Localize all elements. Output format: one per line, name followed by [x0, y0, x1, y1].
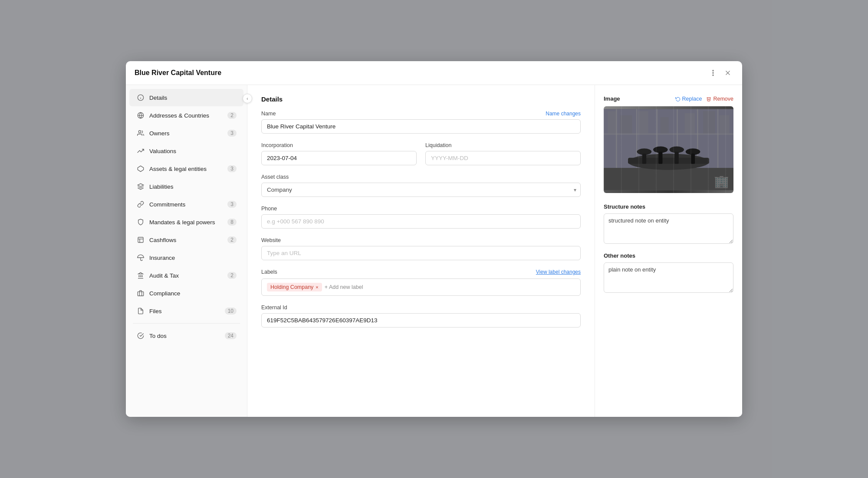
svg-rect-21: [604, 109, 733, 190]
more-options-button[interactable]: [707, 67, 719, 79]
sidebar-item-cashflows[interactable]: Cashflows 2: [129, 231, 243, 249]
remove-image-button[interactable]: Remove: [706, 96, 733, 102]
svg-rect-45: [685, 113, 695, 134]
asset-class-select[interactable]: Company: [261, 183, 581, 197]
svg-point-34: [653, 147, 668, 153]
sidebar-item-details[interactable]: Details: [129, 89, 243, 106]
sidebar-item-label: Cashflows: [149, 237, 227, 243]
modal-title: Blue River Capital Venture: [135, 69, 221, 77]
website-label: Website: [261, 237, 581, 243]
modal-header: Blue River Capital Venture: [126, 61, 742, 85]
sidebar-divider: [133, 323, 240, 324]
svg-rect-41: [608, 111, 616, 133]
modal: Blue River Capital Venture: [126, 61, 742, 417]
sidebar-item-count: 8: [227, 219, 237, 226]
sidebar-item-addresses-countries[interactable]: Addresses & Countries 2: [129, 107, 243, 124]
name-changes-link[interactable]: Name changes: [546, 111, 581, 117]
view-label-changes-link[interactable]: View label changes: [536, 269, 581, 275]
liquidation-input[interactable]: [425, 151, 581, 165]
svg-rect-20: [138, 292, 143, 296]
shield-icon: [136, 218, 145, 226]
users-icon: [136, 129, 145, 138]
svg-rect-27: [677, 109, 678, 168]
label-tag-remove-button[interactable]: ×: [316, 285, 318, 290]
modal-body: Details Addresses & Countries 2: [126, 85, 742, 417]
svg-marker-11: [138, 166, 143, 171]
sidebar-item-insurance[interactable]: Insurance: [129, 249, 243, 266]
entity-image: [604, 106, 733, 193]
sidebar: Details Addresses & Countries 2: [126, 85, 247, 417]
add-label-button[interactable]: + Add new label: [325, 284, 363, 290]
sidebar-item-valuations[interactable]: Valuations: [129, 142, 243, 160]
svg-rect-30: [604, 134, 733, 135]
building-icon: [136, 289, 145, 298]
sidebar-item-label: Valuations: [149, 148, 237, 154]
other-notes-section: Other notes plain note on entity: [604, 252, 733, 295]
sidebar-item-label: Insurance: [149, 255, 237, 261]
labels-container: Holding Company × + Add new label: [261, 278, 581, 296]
sidebar-item-mandates-legal-powers[interactable]: Mandates & legal powers 8: [129, 213, 243, 231]
close-button[interactable]: [722, 67, 733, 79]
svg-point-0: [713, 70, 713, 71]
sidebar-item-owners[interactable]: Owners 3: [129, 124, 243, 142]
sidebar-item-files[interactable]: Files 10: [129, 302, 243, 320]
svg-rect-38: [658, 152, 662, 164]
name-input[interactable]: [261, 119, 581, 134]
sidebar-item-label: Owners: [149, 130, 227, 137]
sidebar-item-label: Compliance: [149, 290, 237, 297]
umbrella-icon: [136, 253, 145, 262]
name-label: Name: [261, 111, 276, 117]
other-notes-textarea[interactable]: plain note on entity: [604, 262, 733, 293]
remove-btn-label: Remove: [713, 96, 733, 102]
replace-image-button[interactable]: Replace: [675, 96, 702, 102]
sidebar-item-label: Audit & Tax: [149, 272, 227, 279]
asset-class-select-wrapper: Company ▾: [261, 183, 581, 197]
asset-class-label: Asset class: [261, 174, 581, 180]
svg-rect-32: [628, 158, 709, 164]
image-title: Image: [604, 95, 620, 102]
globe-icon: [136, 111, 145, 120]
structure-notes-title: Structure notes: [604, 203, 733, 210]
external-id-section: External Id: [261, 304, 581, 327]
svg-rect-13: [138, 237, 143, 242]
liquidation-label: Liquidation: [425, 142, 581, 148]
sidebar-item-assets-legal-entities[interactable]: Assets & legal entities 3: [129, 160, 243, 177]
image-actions: Replace Remove: [675, 96, 733, 102]
sidebar-toggle-button[interactable]: ‹: [243, 94, 252, 103]
external-id-label: External Id: [261, 304, 581, 311]
sidebar-item-compliance[interactable]: Compliance: [129, 285, 243, 302]
structure-notes-textarea[interactable]: structured note on entity: [604, 213, 733, 244]
info-icon: [136, 93, 145, 102]
modal-overlay: Blue River Capital Venture: [0, 0, 868, 478]
incorporation-input[interactable]: [261, 151, 417, 165]
svg-marker-19: [138, 272, 143, 274]
labels-section: Labels View label changes Holding Compan…: [261, 269, 581, 296]
svg-rect-46: [703, 111, 715, 133]
sidebar-item-commitments[interactable]: Commitments 3: [129, 196, 243, 213]
phone-input[interactable]: [261, 214, 581, 229]
sidebar-item-label: Addresses & Countries: [149, 112, 227, 119]
sidebar-wrapper: Details Addresses & Countries 2: [126, 85, 247, 417]
external-id-input[interactable]: [261, 313, 581, 327]
sidebar-item-audit-tax[interactable]: Audit & Tax 2: [129, 267, 243, 284]
section-title: Details: [261, 95, 581, 103]
svg-rect-39: [675, 152, 679, 164]
website-input[interactable]: [261, 246, 581, 260]
main-content: Details Name Name changes Incorporation: [247, 85, 595, 417]
svg-marker-12: [138, 183, 143, 187]
check-circle-icon: [136, 331, 145, 340]
modal-header-actions: [707, 67, 733, 79]
svg-point-33: [637, 148, 652, 155]
sidebar-item-liabilities[interactable]: Liabilities: [129, 178, 243, 195]
sidebar-item-count: 10: [225, 308, 237, 314]
incorporation-label: Incorporation: [261, 142, 417, 148]
right-panel: Image Replace Remove: [595, 85, 742, 417]
sidebar-item-count: 3: [227, 165, 237, 172]
sidebar-item-todos[interactable]: To dos 24: [129, 327, 243, 344]
svg-point-1: [713, 72, 713, 73]
layers-icon: [136, 182, 145, 191]
svg-rect-37: [642, 154, 646, 164]
svg-rect-23: [604, 109, 733, 168]
bank-icon: [136, 271, 145, 280]
trending-up-icon: [136, 147, 145, 155]
